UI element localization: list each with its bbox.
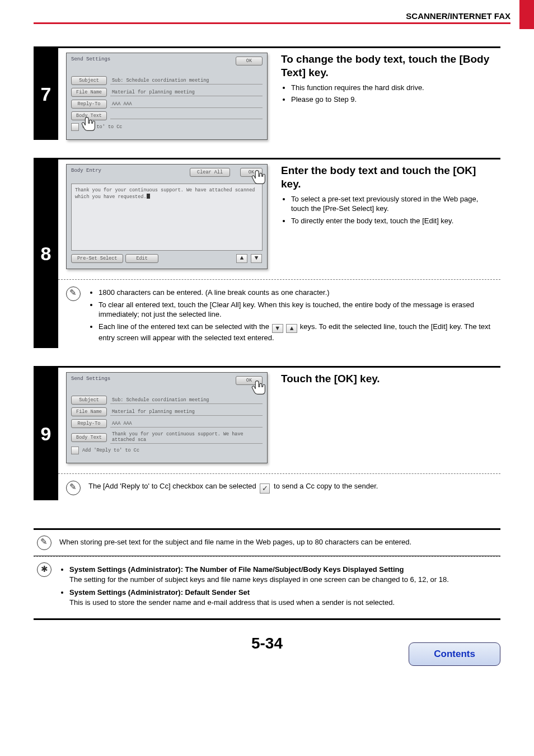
file-name-value: Material for planning meeting [110, 408, 263, 416]
pencil-icon [37, 536, 51, 550]
step-8-tip-2: To clear all entered text, touch the [Cl… [99, 300, 497, 320]
send-settings-panel-7: Send Settings OK Subject Sub: Schedule c… [66, 53, 268, 140]
step-8-heading: Enter the body text and touch the [OK] k… [281, 164, 497, 191]
page-footer: 5-34 Contents [34, 635, 500, 668]
pencil-icon [66, 287, 81, 301]
preset-select-button[interactable]: Pre-Set Select [71, 254, 123, 263]
subject-value: Sub: Schedule coordination meeting [110, 397, 263, 404]
step-8-bullets: To select a pre-set text previously stor… [281, 194, 497, 226]
step-9-heading: Touch the [OK] key. [281, 372, 497, 386]
text-cursor [147, 194, 150, 199]
file-name-value: Material for planning meeting [110, 89, 263, 96]
step-number-7: 7 [34, 48, 58, 140]
cc-checkbox[interactable] [71, 123, 79, 131]
contents-link[interactable]: Contents [409, 642, 500, 666]
admin-item-1-body: The setting for the number of subject ke… [69, 575, 449, 584]
step-9: 9 Send Settings OK Subject Sub: Schedule… [34, 366, 500, 500]
subject-button[interactable]: Subject [71, 76, 107, 85]
ok-button[interactable]: OK [236, 376, 263, 385]
admin-item-1: System Settings (Administrator): The Num… [69, 565, 449, 584]
scroll-down-button[interactable]: ▼ [251, 254, 262, 263]
tip-prefix: The [Add 'Reply to' to Cc] checkbox can … [88, 482, 258, 490]
pencil-icon [66, 481, 81, 495]
divider [58, 473, 500, 474]
step-8-tip-3: Each line of the entered text can be sel… [99, 322, 497, 343]
reply-to-button[interactable]: Reply-To [71, 419, 107, 428]
up-key-icon: ▲ [286, 324, 297, 333]
ok-button[interactable]: OK [236, 57, 263, 65]
step-8-tips: 1800 characters can be entered. (A line … [58, 285, 500, 348]
body-text-value [110, 112, 263, 119]
admin-item-2: System Settings (Administrator): Default… [69, 588, 449, 607]
admin-item-1-title: System Settings (Administrator): The Num… [69, 565, 404, 574]
clear-all-button[interactable]: Clear All [190, 168, 230, 177]
step-number-8: 8 [34, 159, 58, 348]
step-number-9: 9 [34, 368, 58, 500]
step-7-bullet-1: This function requires the hard disk dri… [291, 83, 497, 93]
cc-label: Add 'Reply to' to Cc [82, 448, 139, 453]
storage-note: When storing pre-set text for the subjec… [34, 528, 500, 556]
panel-title: Send Settings [71, 57, 110, 62]
storage-note-text: When storing pre-set text for the subjec… [59, 536, 411, 550]
cc-label: eply to' to Cc [82, 124, 122, 130]
file-name-button[interactable]: File Name [71, 407, 107, 416]
panel-title: Send Settings [71, 376, 110, 382]
body-text-content: Thank you for your continuous support. W… [75, 187, 255, 200]
tip3-prefix: Each line of the entered text can be sel… [99, 322, 271, 331]
body-text-button[interactable]: Body Text [71, 433, 107, 442]
send-settings-panel-9: Send Settings OK Subject Sub: Schedule c… [66, 372, 268, 463]
admin-settings-note: System Settings (Administrator): The Num… [34, 556, 500, 620]
body-entry-panel: Body Entry Clear All OK Thank you for yo… [66, 164, 268, 269]
body-text-area[interactable]: Thank you for your continuous support. W… [71, 184, 263, 251]
divider [58, 279, 500, 280]
cc-checkbox[interactable] [71, 447, 79, 454]
step-8: 8 Body Entry Clear All OK Thank you for … [34, 158, 500, 348]
subject-value: Sub: Schedule coordination meeting [110, 77, 263, 84]
reply-to-button[interactable]: Reply-To [71, 100, 107, 109]
body-text-value: Thank you for your continuous support. W… [110, 431, 263, 444]
step-7-heading: To change the body text, touch the [Body… [281, 53, 497, 79]
gear-icon [37, 562, 51, 577]
reply-to-value: AAA AAA [110, 101, 263, 108]
panel-title: Body Entry [71, 168, 101, 173]
reply-to-value: AAA AAA [110, 420, 263, 428]
body-text-button[interactable]: Body Text [71, 111, 107, 120]
ok-button[interactable]: OK [240, 168, 263, 177]
admin-item-2-title: System Settings (Administrator): Default… [69, 588, 250, 597]
file-name-button[interactable]: File Name [71, 88, 107, 97]
tip-suffix: to send a Cc copy to the sender. [274, 482, 378, 490]
step-8-bullet-1: To select a pre-set text previously stor… [291, 194, 497, 214]
step-7-bullets: This function requires the hard disk dri… [281, 83, 497, 105]
step-7: 7 Send Settings OK Subject Sub: Schedule… [34, 46, 500, 140]
down-key-icon: ▼ [272, 324, 283, 333]
edit-button[interactable]: Edit [125, 254, 158, 263]
step-8-tip-1: 1800 characters can be entered. (A line … [99, 288, 497, 298]
checkbox-icon: ✓ [260, 483, 270, 494]
subject-button[interactable]: Subject [71, 396, 107, 405]
admin-item-2-body: This is used to store the sender name an… [69, 598, 395, 607]
step-7-bullet-2: Please go to Step 9. [291, 95, 497, 105]
step-9-tip: The [Add 'Reply to' to Cc] checkbox can … [58, 480, 500, 500]
scroll-up-button[interactable]: ▲ [236, 254, 247, 263]
section-title: SCANNER/INTERNET FAX [34, 11, 510, 24]
step-8-bullet-2: To directly enter the body text, touch t… [291, 216, 497, 226]
